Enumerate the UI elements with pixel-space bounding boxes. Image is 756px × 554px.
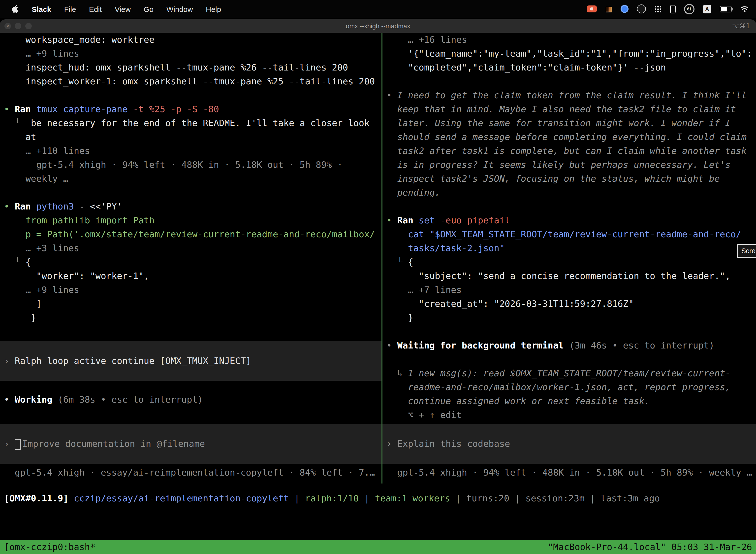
text-segment: { <box>25 257 31 267</box>
text-segment: - <<'PY' <box>74 201 122 212</box>
tmux-session-name: [omx-cczip0:bash* <box>4 540 95 554</box>
text-segment <box>4 215 25 225</box>
text-segment: (6m 38s • esc to interrupt) <box>52 394 203 404</box>
text-segment: turns:20 <box>466 493 509 503</box>
screen-tooltip-overlay: Scre <box>737 244 756 258</box>
terminal-line: readme-and-reco/mailbox/worker-1.json, a… <box>382 380 756 394</box>
text-segment: Ran <box>397 215 419 225</box>
traffic-lights: × <box>4 23 32 29</box>
text-segment: (3m 46s • esc to interrupt) <box>564 340 714 350</box>
menu-file[interactable]: File <box>64 5 76 13</box>
text-segment: Explain this codebase <box>397 438 510 449</box>
text-segment: keep that in mind. Maybe I also need the… <box>397 104 736 114</box>
window-manager-icon[interactable]: ▦ <box>605 4 612 13</box>
text-segment <box>386 396 408 406</box>
text-segment: ralph:1/10 <box>305 493 359 503</box>
text-segment: team:1 workers <box>375 493 450 503</box>
text-segment: continue assigned work or next feasible … <box>408 396 650 406</box>
text-segment: … +9 lines <box>4 284 79 295</box>
input-source-icon[interactable]: A <box>703 5 711 13</box>
tmux-pane-right[interactable]: … +16 lines '{"team_name":"my-team","tas… <box>382 33 756 480</box>
text-segment: … +9 lines <box>4 48 79 59</box>
menu-go[interactable]: Go <box>144 5 153 13</box>
screen-recording-indicator-icon[interactable] <box>587 5 597 12</box>
text-segment: [OMX#0.11.9] <box>4 493 68 503</box>
terminal-content[interactable]: workspace_mode: worktree … +9 lines insp… <box>0 33 756 554</box>
battery-icon[interactable] <box>720 6 732 12</box>
terminal-line: is in progress? It seems likely but perh… <box>382 158 756 172</box>
text-segment: cat "$OMX_TEAM_STATE_ROOT/team/review-cu… <box>408 229 741 239</box>
text-segment: … +110 lines <box>4 146 90 156</box>
menu-edit[interactable]: Edit <box>89 5 102 13</box>
text-segment: Waiting for background terminal <box>397 340 564 350</box>
menu-items: FileEditViewGoWindowHelp <box>64 5 221 13</box>
text-segment: } <box>4 312 36 323</box>
dark-app-icon[interactable] <box>637 4 646 13</box>
menu-view[interactable]: View <box>115 5 131 13</box>
terminal-line: continue assigned work or next feasible … <box>382 394 756 408</box>
app-launcher-grid-icon[interactable] <box>654 5 662 13</box>
apple-menu-icon[interactable] <box>12 5 19 13</box>
ran-tmux-capture: • Ran tmux capture-pane -t %25 -p -S -80 <box>0 102 381 116</box>
mailbox-notification: ↳ 1 new msg(s): read $OMX_TEAM_STATE_ROO… <box>382 366 756 380</box>
text-segment <box>386 173 397 184</box>
text-segment: gpt-5.4 xhigh · essay/ai-reimplementatio… <box>4 467 375 478</box>
blank-line <box>382 200 756 214</box>
terminal-line: cat "$OMX_TEAM_STATE_ROOT/team/review-cu… <box>382 227 756 241</box>
working-status: • Working (6m 38s • esc to interrupt) <box>0 393 381 406</box>
tmux-pane-left[interactable]: workspace_mode: worktree … +9 lines insp… <box>0 33 381 480</box>
text-segment: … +16 lines <box>386 34 467 45</box>
terminal-line: inspect_worker-1: omx sparkshell --tmux-… <box>0 74 381 88</box>
text-segment: Ralph loop active continue [OMX_TMUX_INJ… <box>15 355 251 366</box>
text-segment: workspace_mode: worktree <box>4 34 154 45</box>
composer-input-left[interactable]: › Improve documentation in @filename <box>0 424 381 464</box>
minimize-button[interactable] <box>15 23 21 29</box>
blue-app-icon[interactable] <box>621 5 629 13</box>
close-button[interactable]: × <box>4 23 11 29</box>
text-segment: … +7 lines <box>386 284 461 295</box>
text-segment: "worker": "worker-1", <box>4 271 149 281</box>
battery-fill <box>721 7 727 11</box>
wifi-icon[interactable] <box>740 6 749 12</box>
terminal-line: at <box>0 130 381 144</box>
blank-line <box>382 352 756 366</box>
composer-input-right[interactable]: › Explain this codebase <box>382 424 756 464</box>
text-segment: "subject": "send a concise recommendatio… <box>386 271 731 281</box>
text-segment: session:23m <box>525 493 584 503</box>
ran-python: • Ran python3 - <<'PY' <box>0 200 381 214</box>
terminal-line: … +16 lines <box>382 33 756 47</box>
text-segment: inspect_hud: omx sparkshell --tmux-pane … <box>4 62 348 72</box>
text-segment <box>386 146 397 156</box>
window-shortcut-badge: ⌥⌘1 <box>732 22 750 30</box>
text-cursor <box>15 439 20 449</box>
text-segment: | <box>585 493 601 503</box>
text-segment: set <box>419 215 435 225</box>
window-title-bar[interactable]: × omx --xhigh --madmax ⌥⌘1 <box>0 19 756 33</box>
dots-glyph <box>655 6 656 7</box>
injected-prompt-banner[interactable]: › Ralph loop active continue [OMX_TMUX_I… <box>0 341 381 381</box>
terminal-line: from pathlib import Path <box>0 214 381 227</box>
menu-window[interactable]: Window <box>167 5 193 13</box>
text-segment: | <box>359 493 375 503</box>
active-app-name[interactable]: Slack <box>32 5 51 13</box>
battery-gauge-icon[interactable]: 61 <box>684 4 694 14</box>
menu-help[interactable]: Help <box>206 5 221 13</box>
text-segment: • <box>4 201 15 212</box>
text-segment <box>386 131 397 142</box>
omx-session-status-line: [OMX#0.11.9] cczip/essay/ai-reimplementa… <box>0 491 756 505</box>
phone-mirroring-icon[interactable] <box>670 5 676 13</box>
text-segment: readme-and-reco/mailbox/worker-1.json, a… <box>408 382 731 392</box>
terminal-line: "completed","claim_token":"claim-token"}… <box>382 61 756 74</box>
text-segment: is in progress? It seems likely but perh… <box>397 159 731 170</box>
text-segment: at <box>4 131 36 142</box>
text-segment: { <box>408 257 414 267</box>
edit-hint: ⌥ + ↑ edit <box>382 408 756 422</box>
text-segment: | <box>289 493 305 503</box>
maximize-button[interactable] <box>25 23 32 29</box>
terminal-line: } <box>382 311 756 325</box>
text-segment: pending. <box>397 187 440 198</box>
terminal-window: × omx --xhigh --madmax ⌥⌘1 workspace_mod… <box>0 19 756 554</box>
text-segment: later. Using the same for transition mig… <box>397 118 731 128</box>
terminal-line: "worker": "worker-1", <box>0 269 381 283</box>
text-segment: • <box>4 104 15 114</box>
